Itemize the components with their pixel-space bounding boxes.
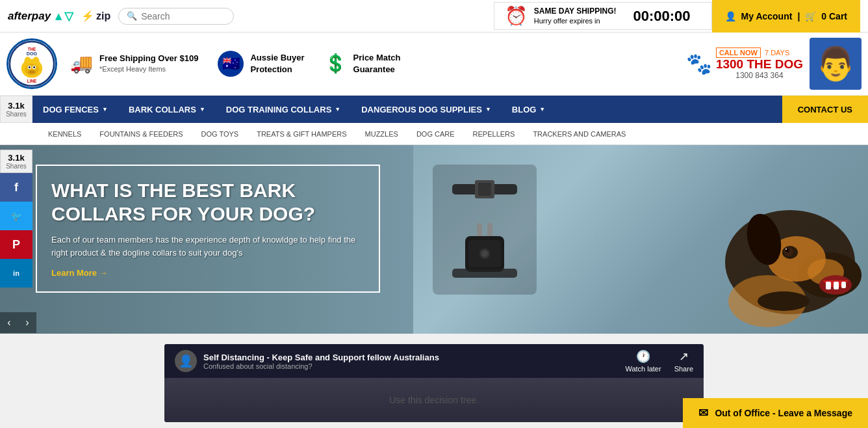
afterpay-text: afterpay xyxy=(8,10,51,23)
nav-blog[interactable]: BLOG ▼ xyxy=(502,96,555,123)
video-avatar: 👤 xyxy=(175,350,197,372)
zip-logo[interactable]: ⚡ zip xyxy=(81,10,110,22)
social-sidebar: 3.1k Shares f 🐦 P in xyxy=(0,150,32,288)
video-content: Use this decision tree. xyxy=(164,378,704,422)
person-image: 👨 xyxy=(810,38,862,90)
hero-learn-more-link[interactable]: Learn More xyxy=(51,268,108,278)
svg-point-34 xyxy=(785,248,787,250)
svg-rect-30 xyxy=(841,282,846,288)
slider-prev-button[interactable]: ‹ xyxy=(0,312,18,333)
free-shipping-info: 🚚 Free Shipping Over $109 *Except Heavy … xyxy=(70,53,198,75)
mail-icon: ✉ xyxy=(698,406,708,420)
shares-count: 3.1k xyxy=(8,101,24,111)
nav-contact-us[interactable]: CONTACT US xyxy=(782,96,868,123)
aussie-sub: Protection xyxy=(250,64,304,75)
video-player[interactable]: 👤 Self Distancing - Keep Safe and Suppor… xyxy=(164,344,704,422)
subnav-kennels[interactable]: KENNELS xyxy=(39,123,90,144)
hero-text-box: WHAT IS THE BEST BARK COLLARS FOR YOUR D… xyxy=(36,165,380,293)
facebook-share-button[interactable]: f xyxy=(0,173,32,202)
price-match-text: Price Match Guarantee xyxy=(353,52,401,75)
twitter-share-button[interactable]: 🐦 xyxy=(0,202,32,230)
phone-mascot-icon: 🐾 xyxy=(686,51,712,76)
nav-dangerous-dog-label: DANGEROUS DOG SUPPLIES xyxy=(361,105,482,114)
call-box: 🐾 CALL NOW 7 DAYS 1300 THE DOG 1300 843 … xyxy=(680,47,810,81)
shipping-subtext: Hurry offer expires in xyxy=(534,16,617,25)
video-subtitle: Confused about social distancing? xyxy=(203,362,439,370)
video-decision-text: Use this decision tree. xyxy=(389,395,479,405)
svg-point-21 xyxy=(481,250,488,257)
subnav-muzzles[interactable]: MUZZLES xyxy=(356,123,407,144)
nav-dog-fences-label: DOG FENCES xyxy=(43,105,99,114)
pinterest-icon: P xyxy=(12,238,20,252)
collar-product-image xyxy=(433,165,537,295)
subnav-dog-care[interactable]: DOG CARE xyxy=(407,123,464,144)
share-icon: ↗ xyxy=(679,349,689,364)
svg-point-6 xyxy=(25,64,39,75)
top-bar-left: afterpay ▲▽ ⚡ zip 🔍 xyxy=(8,8,494,25)
svg-point-11 xyxy=(29,70,36,74)
aussie-flag: 🇦🇺 xyxy=(218,51,244,77)
svg-rect-29 xyxy=(834,282,839,289)
svg-rect-15 xyxy=(478,183,491,196)
call-number: 1300 THE DOG xyxy=(716,58,803,72)
subnav-treats[interactable]: TREATS & GIFT HAMPERS xyxy=(248,123,355,144)
shipping-sub: *Except Heavy Items xyxy=(99,64,198,74)
nav-bar: 3.1k Shares DOG FENCES ▼ BARK COLLARS ▼ … xyxy=(0,96,868,123)
out-of-office-bar[interactable]: ✉ Out of Office - Leave a Message xyxy=(683,398,868,428)
my-account-link[interactable]: My Account xyxy=(741,11,793,21)
shares-label: Shares xyxy=(6,111,27,118)
subnav-fountains[interactable]: FOUNTAINS & FEEDERS xyxy=(90,123,192,144)
slider-nav: ‹ › xyxy=(0,312,36,333)
account-bar[interactable]: 👤 My Account | 🛒 0 Cart xyxy=(712,0,860,33)
subnav-dog-toys[interactable]: DOG TOYS xyxy=(192,123,248,144)
svg-point-9 xyxy=(29,66,31,68)
search-box[interactable]: 🔍 xyxy=(118,8,234,25)
info-bar: THE DOG LINE 🚚 xyxy=(0,33,868,96)
dog-silhouette-svg xyxy=(595,145,868,334)
logo-area[interactable]: THE DOG LINE xyxy=(6,38,57,89)
user-icon: 👤 xyxy=(725,11,736,21)
shares-badge: 3.1k Shares xyxy=(0,96,32,123)
svg-point-37 xyxy=(758,291,810,311)
nav-dangerous-dog[interactable]: DANGEROUS DOG SUPPLIES ▼ xyxy=(351,96,502,123)
watch-later-button[interactable]: 🕐 Watch later xyxy=(625,349,661,373)
price-match-title: Price Match xyxy=(353,52,401,64)
shipping-banner: ⏰ SAME DAY SHIPPING! Hurry offer expires… xyxy=(494,2,712,30)
linkedin-share-button[interactable]: in xyxy=(0,259,32,288)
search-input[interactable] xyxy=(141,11,225,21)
out-of-office-label: Out of Office - Leave a Message xyxy=(715,408,852,418)
afterpay-logo[interactable]: afterpay ▲▽ xyxy=(8,9,73,23)
aussie-title: Aussie Buyer xyxy=(250,52,304,64)
slider-next-button[interactable]: › xyxy=(18,312,36,333)
nav-dog-fences[interactable]: DOG FENCES ▼ xyxy=(32,96,118,123)
nav-training-collars[interactable]: DOG TRAINING COLLARS ▼ xyxy=(216,96,351,123)
video-title: Self Distancing - Keep Safe and Support … xyxy=(203,353,439,362)
shipping-title: Free Shipping Over $109 xyxy=(99,53,198,64)
flag-icon: 🇦🇺 xyxy=(222,55,240,72)
nav-bark-collars[interactable]: BARK COLLARS ▼ xyxy=(118,96,216,123)
video-info: Self Distancing - Keep Safe and Support … xyxy=(203,353,439,370)
pinterest-share-button[interactable]: P xyxy=(0,230,32,259)
sub-nav: KENNELS FOUNTAINS & FEEDERS DOG TOYS TRE… xyxy=(0,123,868,145)
caret-icon: ▼ xyxy=(335,106,340,113)
svg-text:LINE: LINE xyxy=(27,79,36,83)
hero-title: WHAT IS THE BEST BARK COLLARS FOR YOUR D… xyxy=(51,179,364,226)
collar-svg xyxy=(439,171,530,288)
share-button[interactable]: ↗ Share xyxy=(674,349,693,373)
call-now-label: CALL NOW xyxy=(716,47,761,58)
hero-bg-right xyxy=(413,145,868,334)
svg-point-10 xyxy=(33,66,35,68)
subnav-repellers[interactable]: REPELLERS xyxy=(464,123,524,144)
site-logo[interactable]: THE DOG LINE xyxy=(6,38,57,89)
hero-banner: WHAT IS THE BEST BARK COLLARS FOR YOUR D… xyxy=(0,145,868,334)
video-top-bar: 👤 Self Distancing - Keep Safe and Suppor… xyxy=(164,344,704,378)
cart-link[interactable]: 0 Cart xyxy=(821,11,847,21)
subnav-trackers[interactable]: TRACKERS AND CAMERAS xyxy=(524,123,635,144)
caret-icon: ▼ xyxy=(485,106,491,113)
caret-icon: ▼ xyxy=(199,106,205,113)
countdown-timer: 00:00:00 xyxy=(622,8,700,25)
aussie-text: Aussie Buyer Protection xyxy=(250,52,304,75)
separator: | xyxy=(797,11,800,21)
svg-rect-28 xyxy=(826,282,831,289)
caret-icon: ▼ xyxy=(539,106,545,113)
